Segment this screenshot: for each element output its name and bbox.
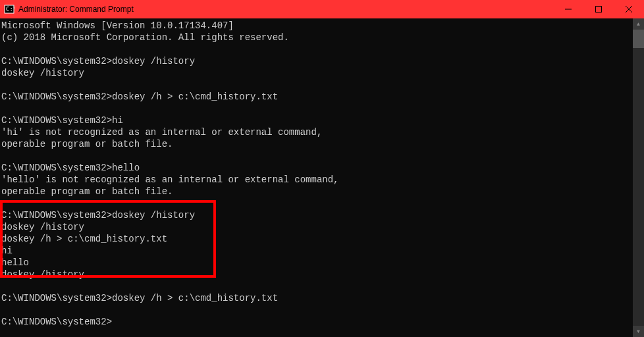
terminal-line — [1, 150, 633, 162]
terminal-line — [1, 280, 633, 292]
app-icon: C:\ — [4, 4, 14, 14]
command-prompt-window: C:\ Administrator: Command Prompt Micros… — [0, 0, 644, 337]
terminal-line: C:\WINDOWS\system32>hello — [1, 162, 633, 174]
terminal-line: doskey /history — [1, 221, 633, 233]
terminal-line: doskey /history — [1, 269, 633, 280]
close-button[interactable] — [614, 0, 644, 18]
terminal-line: C:\WINDOWS\system32>doskey /h > c:\cmd_h… — [1, 292, 633, 304]
terminal-line — [1, 79, 633, 91]
terminal-line — [1, 43, 633, 55]
terminal-line: 'hello' is not recognized as an internal… — [1, 174, 633, 186]
terminal-line: 'hi' is not recognized as an internal or… — [1, 126, 633, 138]
terminal-line: C:\WINDOWS\system32>doskey /h > c:\cmd_h… — [1, 91, 633, 103]
terminal-line: hello — [1, 257, 633, 269]
terminal-line: C:\WINDOWS\system32>doskey /history — [1, 209, 633, 221]
content-area: Microsoft Windows [Version 10.0.17134.40… — [0, 18, 644, 337]
terminal-line — [1, 304, 633, 316]
scroll-thumb[interactable] — [633, 30, 644, 48]
terminal-line: (c) 2018 Microsoft Corporation. All righ… — [1, 32, 633, 43]
terminal-line: doskey /h > c:\cmd_history.txt — [1, 233, 633, 245]
terminal-output[interactable]: Microsoft Windows [Version 10.0.17134.40… — [0, 18, 633, 337]
window-title: Administrator: Command Prompt — [18, 5, 553, 14]
terminal-line — [1, 197, 633, 209]
terminal-line — [1, 103, 633, 115]
terminal-line: Microsoft Windows [Version 10.0.17134.40… — [1, 20, 633, 32]
terminal-line: doskey /history — [1, 67, 633, 79]
terminal-line: operable program or batch file. — [1, 138, 633, 150]
terminal-line: operable program or batch file. — [1, 186, 633, 197]
scroll-up-button[interactable]: ▲ — [633, 18, 644, 30]
terminal-line: C:\WINDOWS\system32>hi — [1, 115, 633, 126]
window-controls — [553, 0, 644, 18]
terminal-line: hi — [1, 245, 633, 257]
vertical-scrollbar[interactable]: ▲ ▼ — [633, 18, 644, 337]
terminal-line: C:\WINDOWS\system32>doskey /history — [1, 55, 633, 67]
scroll-down-button[interactable]: ▼ — [633, 326, 644, 337]
svg-text:C:\: C:\ — [6, 6, 14, 13]
maximize-button[interactable] — [583, 0, 614, 18]
titlebar[interactable]: C:\ Administrator: Command Prompt — [0, 0, 644, 18]
terminal-line: C:\WINDOWS\system32> — [1, 316, 633, 328]
minimize-button[interactable] — [553, 0, 583, 18]
svg-rect-3 — [596, 7, 602, 13]
